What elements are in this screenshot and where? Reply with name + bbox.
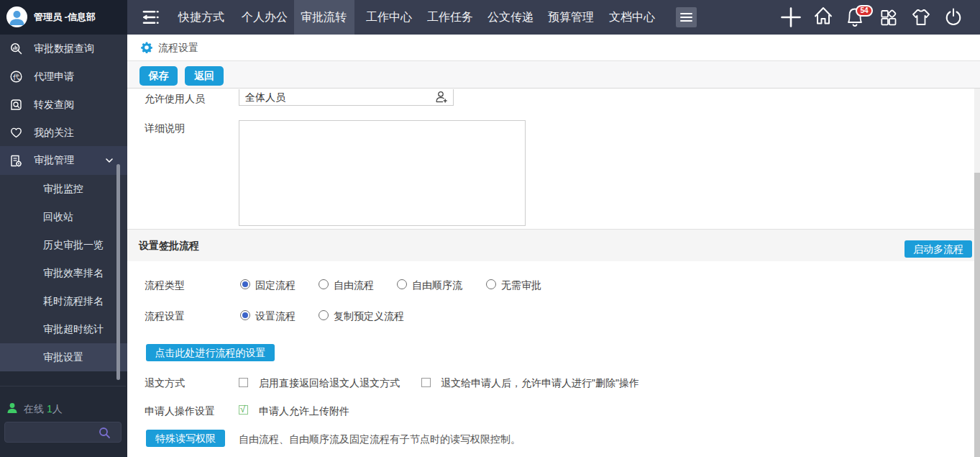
svg-text:代: 代 [13,73,20,81]
